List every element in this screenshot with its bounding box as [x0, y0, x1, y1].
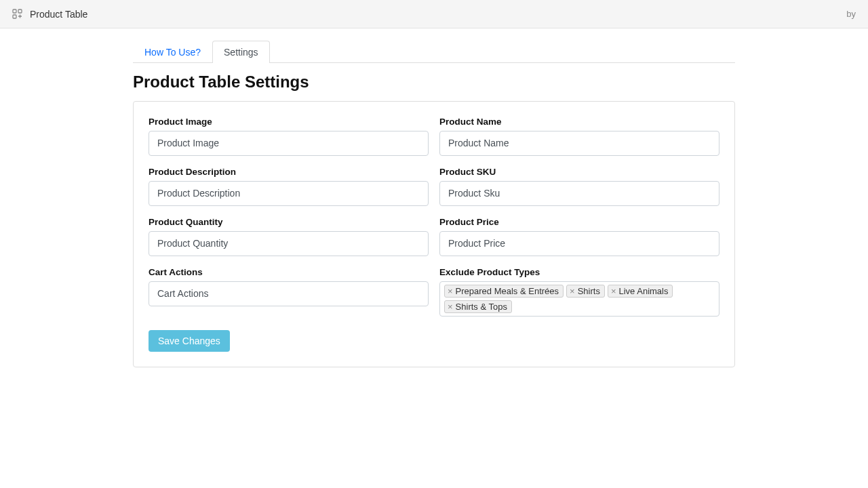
label-product-name: Product Name — [439, 117, 719, 127]
label-product-image: Product Image — [149, 117, 429, 127]
input-product-description[interactable] — [149, 181, 429, 206]
input-product-image[interactable] — [149, 131, 429, 156]
close-icon[interactable]: × — [448, 287, 453, 296]
topbar-left: Product Table — [12, 9, 87, 20]
input-exclude-types[interactable]: ×Prepared Meals & Entrées×Shirts×Live An… — [439, 281, 719, 317]
app-icon — [12, 9, 23, 20]
input-cart-actions[interactable] — [149, 281, 429, 306]
tab-settings[interactable]: Settings — [212, 41, 270, 63]
tag-label: Shirts — [578, 286, 600, 296]
label-exclude-types: Exclude Product Types — [439, 267, 719, 277]
close-icon[interactable]: × — [448, 302, 453, 311]
input-product-name[interactable] — [439, 131, 719, 156]
svg-rect-2 — [13, 15, 16, 18]
tag-item[interactable]: ×Shirts — [566, 285, 605, 298]
label-product-description: Product Description — [149, 167, 429, 177]
tabs: How To Use? Settings — [133, 41, 735, 63]
tag-label: Live Animals — [618, 286, 668, 296]
settings-card: Product Image Product Name Product Descr… — [133, 101, 735, 367]
tag-item[interactable]: ×Shirts & Tops — [444, 300, 512, 313]
label-product-sku: Product SKU — [439, 167, 719, 177]
tab-how-to-use[interactable]: How To Use? — [133, 41, 212, 63]
tag-item[interactable]: ×Prepared Meals & Entrées — [444, 285, 564, 298]
topbar-by: by — [846, 9, 856, 19]
tag-item[interactable]: ×Live Animals — [608, 285, 673, 298]
tag-label: Shirts & Tops — [456, 302, 507, 312]
label-product-quantity: Product Quantity — [149, 217, 429, 227]
close-icon[interactable]: × — [570, 287, 575, 296]
close-icon[interactable]: × — [611, 287, 616, 296]
tag-label: Prepared Meals & Entrées — [456, 286, 559, 296]
svg-rect-1 — [18, 9, 22, 13]
app-title: Product Table — [30, 9, 87, 20]
save-button[interactable]: Save Changes — [149, 330, 230, 352]
input-product-quantity[interactable] — [149, 231, 429, 256]
page-title: Product Table Settings — [133, 73, 735, 92]
label-product-price: Product Price — [439, 217, 719, 227]
topbar: Product Table by — [0, 0, 868, 28]
label-cart-actions: Cart Actions — [149, 267, 429, 277]
input-product-sku[interactable] — [439, 181, 719, 206]
input-product-price[interactable] — [439, 231, 719, 256]
main-container: How To Use? Settings Product Table Setti… — [133, 28, 735, 394]
svg-rect-0 — [13, 9, 16, 13]
